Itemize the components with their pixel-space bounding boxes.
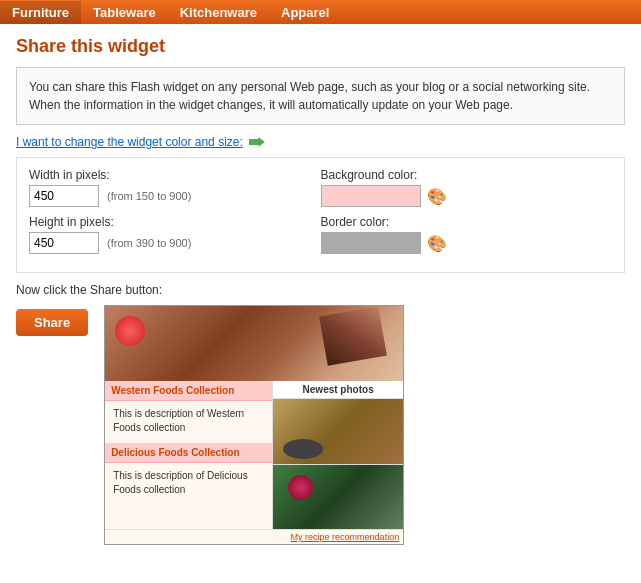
width-height-row: Width in pixels: (from 150 to 900) Backg…	[29, 168, 612, 207]
page-content: Share this widget You can share this Fla…	[0, 24, 641, 557]
border-color-field-group: Border color: 🎨	[321, 215, 613, 254]
toggle-link[interactable]: I want to change the widget color and si…	[16, 135, 243, 149]
bg-color-picker-icon[interactable]: 🎨	[427, 186, 447, 206]
widget-body: Western Foods Collection This is descrip…	[105, 381, 403, 529]
height-field-row: (from 390 to 900)	[29, 232, 321, 254]
height-border-row: Height in pixels: (from 390 to 900) Bord…	[29, 215, 612, 254]
widget-desc-2: This is description of Delicious Foods c…	[105, 467, 272, 505]
bg-color-input-wrap: 🎨	[321, 185, 613, 207]
border-color-swatch[interactable]	[321, 232, 421, 254]
widget-footer-link[interactable]: My recipe recommendation	[105, 529, 403, 544]
widget-newest-label: Newest photos	[273, 381, 403, 399]
width-field-row: (from 150 to 900)	[29, 185, 321, 207]
toggle-section: I want to change the widget color and si…	[16, 135, 625, 149]
info-text-2: When the information in the widget chang…	[29, 96, 612, 114]
green-arrow-icon	[249, 137, 265, 147]
height-input[interactable]	[29, 232, 99, 254]
height-label: Height in pixels:	[29, 215, 321, 229]
share-prompt: Now click the Share button:	[16, 283, 625, 297]
nav-kitchenware[interactable]: Kitchenware	[168, 1, 269, 24]
bg-color-label: Background color:	[321, 168, 613, 182]
bg-color-field-group: Background color: 🎨	[321, 168, 613, 207]
width-field-group: Width in pixels: (from 150 to 900)	[29, 168, 321, 207]
height-field-group: Height in pixels: (from 390 to 900)	[29, 215, 321, 254]
share-section: Now click the Share button: Share Wester…	[16, 283, 625, 545]
nav-tableware[interactable]: Tableware	[81, 1, 168, 24]
share-layout: Share Western Foods Collection This is d…	[16, 305, 625, 545]
border-color-picker-icon[interactable]: 🎨	[427, 233, 447, 253]
page-title: Share this widget	[16, 36, 625, 57]
widget-collection-2[interactable]: Delicious Foods Collection	[105, 443, 272, 463]
width-input[interactable]	[29, 185, 99, 207]
width-range-hint: (from 150 to 900)	[107, 190, 191, 202]
nav-apparel[interactable]: Apparel	[269, 1, 341, 24]
height-range-hint: (from 390 to 900)	[107, 237, 191, 249]
border-color-input-wrap: 🎨	[321, 232, 613, 254]
widget-collection-1[interactable]: Western Foods Collection	[105, 381, 272, 401]
widget-header-image	[105, 306, 403, 381]
widget-preview: Western Foods Collection This is descrip…	[104, 305, 404, 545]
share-button[interactable]: Share	[16, 309, 88, 336]
info-text-1: You can share this Flash widget on any p…	[29, 78, 612, 96]
border-color-label: Border color:	[321, 215, 613, 229]
bg-color-swatch[interactable]	[321, 185, 421, 207]
color-size-form: Width in pixels: (from 150 to 900) Backg…	[16, 157, 625, 273]
info-box: You can share this Flash widget on any p…	[16, 67, 625, 125]
top-navigation: Furniture Tableware Kitchenware Apparel	[0, 0, 641, 24]
widget-photo-2	[273, 464, 403, 529]
widget-desc-1: This is description of Western Foods col…	[105, 405, 272, 443]
width-label: Width in pixels:	[29, 168, 321, 182]
nav-furniture[interactable]: Furniture	[0, 1, 81, 24]
widget-right-panel: Newest photos	[273, 381, 403, 529]
widget-photo-1	[273, 399, 403, 464]
widget-left-panel: Western Foods Collection This is descrip…	[105, 381, 273, 529]
